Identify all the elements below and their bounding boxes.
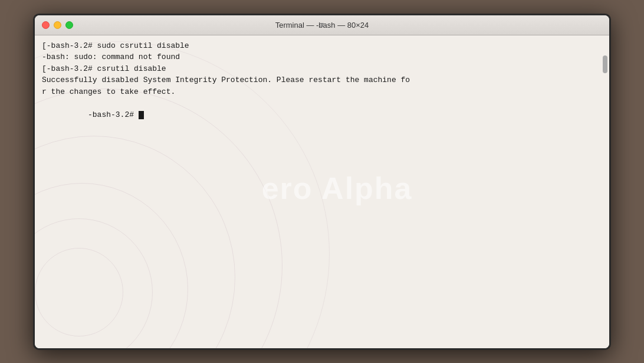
terminal-line: r the changes to take effect.	[42, 86, 602, 98]
terminal-window: Terminal — -bash — 80×24 ero Alpha [-bas…	[35, 15, 609, 348]
resize-handle-bar	[320, 25, 324, 27]
watermark: ero Alpha	[262, 171, 413, 206]
terminal-line: Successfully disabled System Integrity P…	[42, 74, 602, 86]
scrollbar[interactable]	[603, 55, 607, 73]
cursor	[139, 111, 144, 119]
terminal-line: [-bash-3.2# csrutil disable	[42, 63, 602, 75]
terminal-line: -bash: sudo: command not found	[42, 51, 602, 63]
traffic-lights	[42, 21, 73, 29]
terminal-content: [-bash-3.2# sudo csrutil disable -bash: …	[42, 40, 602, 132]
terminal-line: [-bash-3.2# sudo csrutil disable	[42, 40, 602, 52]
screen-bezel: Terminal — -bash — 80×24 ero Alpha [-bas…	[33, 14, 611, 350]
resize-handle-bar	[320, 23, 324, 24]
resize-handle[interactable]	[320, 23, 324, 27]
maximize-button[interactable]	[65, 21, 73, 29]
terminal-body[interactable]: ero Alpha [-bash-3.2# sudo csrutil disab…	[35, 35, 609, 348]
minimize-button[interactable]	[54, 21, 61, 29]
title-bar: Terminal — -bash — 80×24	[35, 15, 609, 35]
close-button[interactable]	[42, 21, 50, 29]
terminal-prompt-line: -bash-3.2#	[42, 97, 602, 132]
prompt-text: -bash-3.2#	[88, 110, 139, 119]
